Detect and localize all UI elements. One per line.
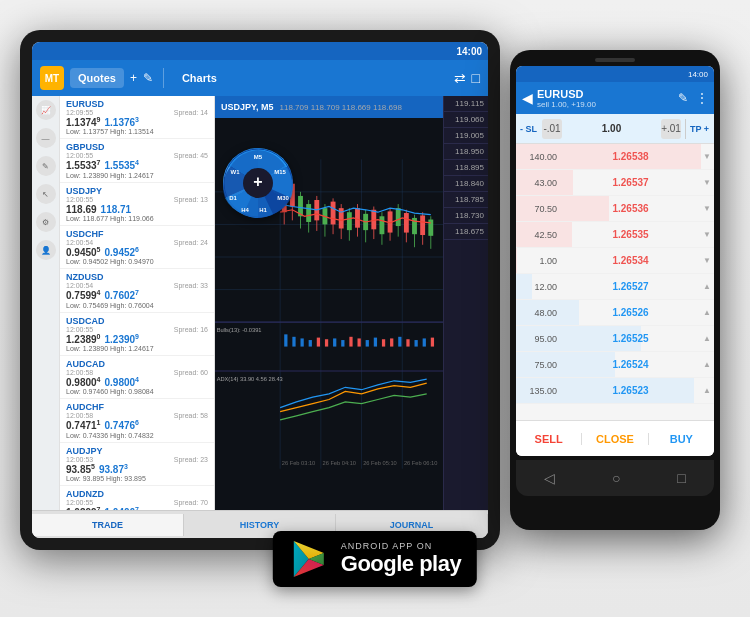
buy-button[interactable]: BUY <box>649 433 714 445</box>
quote-symbol: GBPUSD <box>66 142 105 152</box>
svg-rect-22 <box>331 202 336 225</box>
right-price-value: 119.060 <box>444 112 488 128</box>
phone-status-time: 14:00 <box>688 70 708 79</box>
quote-bid: 1.13749 <box>66 116 101 128</box>
svg-rect-52 <box>309 340 312 347</box>
person-icon[interactable]: 👤 <box>36 240 56 260</box>
svg-rect-40 <box>404 213 409 233</box>
svg-rect-59 <box>366 340 369 347</box>
ob-chevron: ▼ <box>700 230 714 239</box>
svg-rect-44 <box>420 215 425 235</box>
ob-price: 1.26538 <box>561 151 700 162</box>
orderbook-row[interactable]: 135.00 1.26523 ▲ <box>516 378 714 404</box>
ob-chevron: ▲ <box>700 308 714 317</box>
orderbook-row[interactable]: 42.50 1.26535 ▼ <box>516 222 714 248</box>
quote-item[interactable]: AUDJPY 12:00:53 Spread: 23 93.855 93.873… <box>60 443 214 486</box>
tab-trade[interactable]: TRADE <box>32 514 184 536</box>
quote-meta: 12:00:54 Spread: 33 <box>66 282 208 289</box>
phone-currency-info: EURUSD sell 1.00, +19.00 <box>537 88 674 109</box>
orderbook-row[interactable]: 12.00 1.26527 ▲ <box>516 274 714 300</box>
quote-range: Low: 1.13757 High: 1.13514 <box>66 128 208 135</box>
orderbook-row[interactable]: 1.00 1.26534 ▼ <box>516 248 714 274</box>
tablet-status-time: 14:00 <box>456 46 482 57</box>
quote-bid: 0.98004 <box>66 376 101 388</box>
account-icon[interactable]: □ <box>472 70 480 86</box>
cursor-icon[interactable]: ↖ <box>36 184 56 204</box>
quote-item[interactable]: NZDUSD 12:00:54 Spread: 33 0.75994 0.760… <box>60 269 214 312</box>
quote-item[interactable]: GBPUSD 12:00:55 Spread: 45 1.55337 1.553… <box>60 139 214 182</box>
nav-home-btn[interactable]: ○ <box>612 470 620 486</box>
line-icon[interactable]: — <box>36 128 56 148</box>
edit-icon[interactable]: ✎ <box>143 71 153 85</box>
quote-item[interactable]: USDCAD 12:00:55 Spread: 16 1.23890 1.239… <box>60 313 214 356</box>
quote-prices: 1.55337 1.55354 <box>66 159 208 171</box>
orderbook-row[interactable]: 140.00 1.26538 ▼ <box>516 144 714 170</box>
nav-back-btn[interactable]: ◁ <box>544 470 555 486</box>
ob-qty: 1.00 <box>516 256 561 266</box>
play-badge[interactable]: ANDROID APP ON Google play <box>273 531 477 587</box>
quote-ask: 93.873 <box>99 463 128 475</box>
phone-navbar: ◁ ○ □ <box>516 460 714 496</box>
settings-icon[interactable]: ⚙ <box>36 212 56 232</box>
close-button[interactable]: CLOSE <box>581 433 648 445</box>
tablet-statusbar: 14:00 <box>32 42 488 60</box>
right-price-value: 118.785 <box>444 192 488 208</box>
svg-text:W1: W1 <box>231 169 241 175</box>
ob-qty: 135.00 <box>516 386 561 396</box>
ob-qty: 75.00 <box>516 360 561 370</box>
chart-icon[interactable]: 📈 <box>36 100 56 120</box>
quote-item[interactable]: AUDNZD 12:00:55 Spread: 70 1.03997 1.040… <box>60 486 214 510</box>
phone-back-button[interactable]: ◀ <box>522 90 533 106</box>
charts-panel: USDJPY, M5 118.709 118.709 118.669 118.6… <box>215 96 443 510</box>
svg-rect-28 <box>355 208 360 228</box>
sell-button[interactable]: SELL <box>516 433 581 445</box>
quote-item[interactable]: AUDCAD 12:00:58 Spread: 60 0.98004 0.980… <box>60 356 214 399</box>
quote-item[interactable]: AUDCHF 12:00:58 Spread: 58 0.74711 0.747… <box>60 399 214 442</box>
sl-plus-btn[interactable]: +.01 <box>661 119 681 139</box>
phone-edit-icon[interactable]: ✎ <box>678 91 688 105</box>
svg-rect-49 <box>284 334 287 346</box>
quote-symbol: AUDJPY <box>66 446 103 456</box>
phone-menu-icon[interactable]: ⋮ <box>696 91 708 105</box>
tablet-logo: MT <box>40 66 64 90</box>
tab-charts[interactable]: Charts <box>174 68 225 88</box>
svg-rect-67 <box>431 338 434 347</box>
nav-recents-btn[interactable]: □ <box>677 470 685 486</box>
phone-toolbar: ◀ EURUSD sell 1.00, +19.00 ✎ ⋮ <box>516 82 714 114</box>
svg-rect-66 <box>423 338 426 346</box>
phone-sltp-row: - SL -.01 1.00 +.01 TP + <box>516 114 714 144</box>
svg-text:Bulls(13): -0.0391: Bulls(13): -0.0391 <box>217 327 262 333</box>
quote-bid: 93.855 <box>66 463 95 475</box>
svg-text:H1: H1 <box>259 207 267 213</box>
orderbook-row[interactable]: 70.50 1.26536 ▼ <box>516 196 714 222</box>
sl-minus-btn[interactable]: -.01 <box>542 119 562 139</box>
svg-rect-65 <box>415 340 418 347</box>
quote-ask: 0.74766 <box>105 419 140 431</box>
right-prices-panel: 119.115119.060119.005118.950118.895118.8… <box>443 96 488 510</box>
orderbook-row[interactable]: 48.00 1.26526 ▲ <box>516 300 714 326</box>
quote-item[interactable]: EURUSD 12:09:55 Spread: 14 1.13749 1.137… <box>60 96 214 139</box>
chart-header: USDJPY, M5 118.709 118.709 118.669 118.6… <box>215 96 443 118</box>
transfer-icon[interactable]: ⇄ <box>454 70 466 86</box>
candle-info: 118.709 118.709 118.669 118.698 <box>280 103 402 112</box>
add-icon[interactable]: + <box>130 71 137 85</box>
timeframe-wheel[interactable]: + M5 M15 M30 H1 H4 D1 W1 <box>223 148 293 218</box>
orderbook-row[interactable]: 43.00 1.26537 ▼ <box>516 170 714 196</box>
quote-item[interactable]: USDJPY 12:00:55 Spread: 13 118.69 118.71… <box>60 183 214 226</box>
quote-meta: 12:00:55 Spread: 70 <box>66 499 208 506</box>
quote-prices: 0.75994 0.76027 <box>66 289 208 301</box>
badge-text: ANDROID APP ON Google play <box>341 541 461 577</box>
tools-icon[interactable]: ✎ <box>36 156 56 176</box>
sltp-value: 1.00 <box>564 123 659 134</box>
svg-rect-34 <box>379 216 384 234</box>
orderbook-row[interactable]: 75.00 1.26524 ▲ <box>516 352 714 378</box>
quote-ask: 0.76027 <box>105 289 140 301</box>
quote-meta: 12:00:55 Spread: 45 <box>66 152 208 159</box>
tab-quotes[interactable]: Quotes <box>70 68 124 88</box>
orderbook-row[interactable]: 95.00 1.26525 ▲ <box>516 326 714 352</box>
quote-ask: 1.55354 <box>105 159 140 171</box>
quote-item[interactable]: USDCHF 12:00:54 Spread: 24 0.94505 0.945… <box>60 226 214 269</box>
svg-rect-61 <box>382 339 385 346</box>
quote-prices: 1.23890 1.23909 <box>66 333 208 345</box>
quote-meta: 12:00:55 Spread: 16 <box>66 326 208 333</box>
